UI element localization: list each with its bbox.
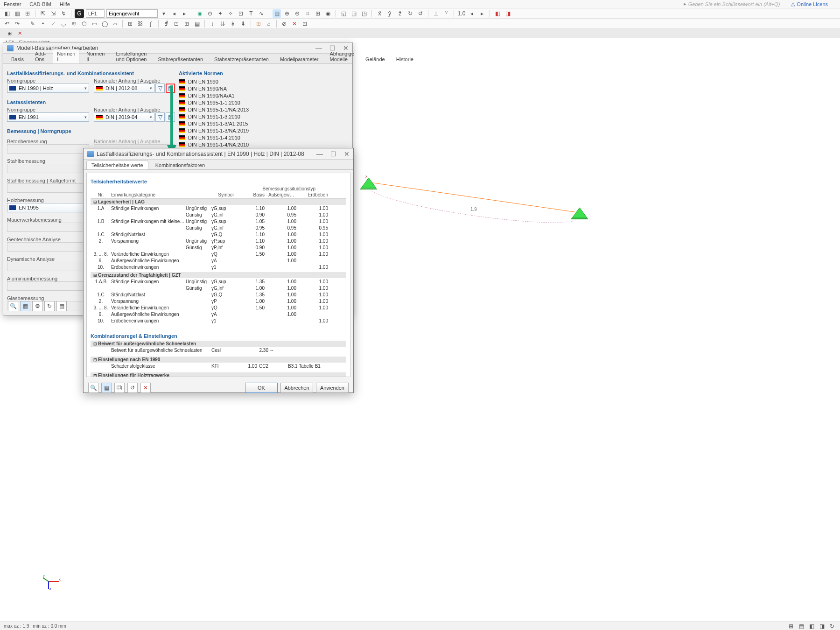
- tb-icon[interactable]: ⊘: [280, 20, 288, 28]
- tb-icon[interactable]: ◧: [3, 9, 11, 18]
- tb-icon[interactable]: ⌗: [303, 9, 312, 18]
- tb-icon[interactable]: ◂: [468, 9, 476, 18]
- tb-icon[interactable]: ◂: [170, 9, 178, 18]
- tb-icon[interactable]: ◡: [59, 20, 68, 28]
- tb-icon[interactable]: ▸: [180, 9, 189, 18]
- tb-icon[interactable]: ∫: [147, 20, 155, 28]
- tb-icon[interactable]: ▱: [111, 20, 119, 28]
- tab-einstellungen-und-optionen[interactable]: Einstellungen und Optionen: [112, 49, 151, 53]
- dialog-icon: [7, 45, 14, 51]
- tb-icon[interactable]: ▤: [193, 20, 201, 28]
- play-icon: ▸: [684, 1, 686, 7]
- tb-icon[interactable]: ↻: [406, 9, 414, 18]
- tab-add-ons[interactable]: Add-Ons: [31, 49, 50, 53]
- tb-icon[interactable]: ◉: [196, 9, 204, 18]
- tb-icon[interactable]: ⊞: [126, 20, 134, 28]
- tb-icon[interactable]: ⱽ: [442, 9, 450, 18]
- tb-icon[interactable]: ↶: [3, 20, 11, 28]
- tb-icon[interactable]: ⇱: [39, 9, 47, 18]
- tb-icon[interactable]: ▦: [13, 9, 21, 18]
- tb-active-icon[interactable]: ▤: [273, 9, 281, 18]
- tb-icon[interactable]: ⊡: [172, 20, 181, 28]
- cloud-icon: △: [791, 1, 795, 7]
- tb-icon[interactable]: ◉: [324, 9, 332, 18]
- tb-icon[interactable]: ◲: [350, 9, 358, 18]
- tb-icon[interactable]: ▭: [90, 20, 98, 28]
- tb-icon[interactable]: ẑ: [396, 9, 404, 18]
- tb-icon[interactable]: ⊡: [237, 9, 245, 18]
- tb-icon[interactable]: ⊙: [206, 9, 214, 18]
- dialog-basisdaten: Modell-Basisangaben bearbeiten — ☐ ✕ Bas…: [3, 42, 353, 53]
- tab-abh-ngige-modelle[interactable]: Abhängige Modelle: [325, 49, 358, 53]
- tb-icon[interactable]: ⊖: [293, 9, 301, 18]
- tb-icon[interactable]: ⌂: [265, 20, 273, 28]
- tb-icon[interactable]: ◱: [339, 9, 348, 18]
- minimize-icon[interactable]: —: [315, 44, 322, 52]
- tab-normen-i[interactable]: Normen I: [53, 49, 79, 53]
- tb-icon[interactable]: 🮲: [162, 20, 170, 28]
- tb-icon[interactable]: ↓: [208, 20, 217, 28]
- menu-fenster[interactable]: Fenster: [4, 1, 21, 7]
- tb-icon[interactable]: ▸: [478, 9, 486, 18]
- keyword-search[interactable]: Geben Sie ein Schlüsselwort ein (Alt+Q): [688, 1, 780, 7]
- toolbar-row-1: ◧ ▦ ⊞ ⇱ ⇲ ↯ G ▾ ◂ ▸ ◉ ⊙ ✦ ✧ ⊡ T ∿ ▤ ⊕ ⊖ …: [0, 8, 840, 19]
- tb-icon[interactable]: ⟋: [49, 20, 57, 28]
- lf-name[interactable]: [106, 9, 158, 18]
- tb-icon[interactable]: ⬇: [239, 20, 247, 28]
- tb-icon[interactable]: ∿: [257, 9, 266, 18]
- tb-icon[interactable]: ↡: [229, 20, 237, 28]
- tb-icon[interactable]: ✎: [28, 20, 37, 28]
- tb-icon[interactable]: ◧: [493, 9, 502, 18]
- lf-number[interactable]: [86, 9, 105, 18]
- tab-normen-ii[interactable]: Normen II: [82, 49, 109, 53]
- tb-icon[interactable]: 1.0: [457, 9, 466, 18]
- tb-icon[interactable]: ŷ: [385, 9, 394, 18]
- tb-icon[interactable]: ≋: [70, 20, 78, 28]
- tb-icon[interactable]: ↺: [416, 9, 425, 18]
- tb-icon[interactable]: ◯: [100, 20, 109, 28]
- tb-icon[interactable]: ⊞: [314, 9, 322, 18]
- tb-icon[interactable]: ⊞: [23, 9, 32, 18]
- tb-icon[interactable]: ◨: [504, 9, 512, 18]
- tb-icon[interactable]: ⛓: [136, 20, 145, 28]
- tb-icon[interactable]: x̂: [375, 9, 384, 18]
- menu-hilfe[interactable]: Hilfe: [60, 1, 70, 7]
- tb-icon[interactable]: •: [39, 20, 47, 28]
- tb-icon[interactable]: ⊡: [301, 20, 309, 28]
- tb-icon[interactable]: ⇲: [49, 9, 57, 18]
- tb-icon[interactable]: ✦: [216, 9, 224, 18]
- tb-icon[interactable]: ▾: [160, 9, 168, 18]
- tb-dark-icon[interactable]: G: [75, 9, 84, 18]
- tb-icon[interactable]: ⊥: [432, 9, 440, 18]
- view-tab[interactable]: ⊞ ✕: [3, 29, 31, 37]
- license-link[interactable]: Online Licens: [797, 1, 828, 7]
- tb-icon[interactable]: ⬡: [80, 20, 88, 28]
- toolbar-row-2: ↶ ↷ ✎ • ⟋ ◡ ≋ ⬡ ▭ ◯ ▱ ⊞ ⛓ ∫ 🮲 ⊡ ⊞ ▤ ↓ ⇊ …: [0, 19, 840, 29]
- tb-icon[interactable]: ↷: [13, 20, 21, 28]
- menu-cadbim[interactable]: CAD-BIM: [29, 1, 51, 7]
- tb-icon[interactable]: ✕: [290, 20, 299, 28]
- tb-icon[interactable]: ⇊: [218, 20, 227, 28]
- tb-icon[interactable]: T: [247, 9, 255, 18]
- tb-icon[interactable]: ✧: [226, 9, 235, 18]
- tb-icon[interactable]: ◳: [360, 9, 368, 18]
- tb-icon[interactable]: ↯: [59, 9, 68, 18]
- tb-icon[interactable]: ⊕: [283, 9, 291, 18]
- tb-icon[interactable]: ⊞: [254, 20, 263, 28]
- tb-icon[interactable]: ⊞: [182, 20, 191, 28]
